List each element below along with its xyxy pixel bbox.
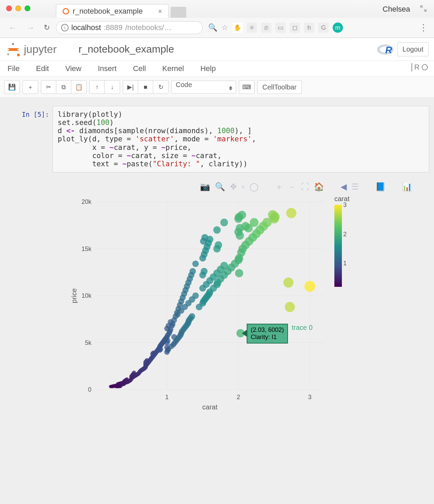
svg-point-0 bbox=[63, 9, 69, 14]
plotly-autoscale-icon[interactable]: ⛶ bbox=[301, 182, 309, 192]
menu-view[interactable]: View bbox=[65, 64, 81, 73]
stop-button[interactable]: ■ bbox=[138, 81, 153, 94]
url-host: localhost bbox=[71, 23, 101, 32]
svg-point-262 bbox=[235, 269, 243, 277]
menu-help[interactable]: Help bbox=[200, 64, 216, 73]
move-up-button[interactable]: ↑ bbox=[90, 81, 105, 94]
menu-insert[interactable]: Insert bbox=[98, 64, 117, 73]
fullscreen-icon[interactable] bbox=[420, 5, 427, 13]
plotly-pan-icon[interactable]: ✥ bbox=[230, 182, 237, 192]
plotly-camera-icon[interactable]: 📷 bbox=[200, 182, 210, 192]
ext-icon-2[interactable]: ◻ bbox=[290, 23, 300, 33]
plotly-lasso-icon[interactable]: ◯ bbox=[249, 182, 259, 192]
svg-point-183 bbox=[213, 226, 221, 234]
svg-point-188 bbox=[220, 219, 228, 226]
plotly-boxselect-icon[interactable]: ▫ bbox=[242, 182, 245, 192]
hover-pointer-icon bbox=[242, 330, 247, 337]
svg-point-255 bbox=[201, 268, 207, 275]
scatter-chart[interactable]: 05k10k15k20k123caratprice (2.03, 6002) C… bbox=[68, 195, 328, 414]
ext-icon-1[interactable]: ▭ bbox=[275, 23, 286, 33]
svg-text:3: 3 bbox=[308, 394, 312, 401]
plotly-home-icon[interactable]: 🏠 bbox=[314, 182, 324, 192]
address-bar[interactable]: i localhost:8889/notebooks/… bbox=[56, 21, 203, 34]
new-tab-button[interactable] bbox=[171, 7, 186, 18]
plotly-hovercompare-icon[interactable]: ◀ bbox=[341, 182, 347, 192]
paste-button[interactable]: 📋 bbox=[71, 81, 86, 94]
svg-point-226 bbox=[132, 370, 136, 375]
kernel-indicator: R bbox=[411, 63, 428, 72]
notebook-name[interactable]: r_notebook_example bbox=[78, 43, 174, 55]
copy-button[interactable]: ⧉ bbox=[56, 81, 71, 94]
browser-profile-name[interactable]: Chelsea bbox=[382, 5, 410, 14]
code-editor[interactable]: library(plotly) set.seed(100) d <- diamo… bbox=[53, 106, 429, 172]
cell-type-value: Code bbox=[176, 81, 192, 88]
svg-point-263 bbox=[241, 222, 250, 230]
browser-chrome: r_notebook_example × Chelsea ← → ↻ i loc… bbox=[0, 0, 434, 38]
profile-avatar-icon[interactable]: m bbox=[333, 23, 343, 33]
maximize-window-icon[interactable] bbox=[25, 5, 30, 11]
svg-text:1: 1 bbox=[165, 394, 169, 401]
colorbar: carat 123 bbox=[334, 195, 355, 414]
minimize-window-icon[interactable] bbox=[15, 5, 21, 11]
run-button[interactable]: ▶| bbox=[123, 81, 138, 94]
menu-file[interactable]: File bbox=[8, 64, 19, 73]
cell-toolbar-button[interactable]: CellToolbar bbox=[258, 81, 301, 94]
forward-button[interactable]: → bbox=[23, 23, 38, 33]
jupyter-favicon-icon bbox=[62, 8, 69, 15]
menu-kernel[interactable]: Kernel bbox=[162, 64, 184, 73]
zoom-icon[interactable]: 🔍 bbox=[208, 23, 217, 32]
svg-point-213 bbox=[284, 278, 294, 288]
svg-point-232 bbox=[151, 350, 156, 355]
plotly-hoverclosest-icon[interactable]: ☰ bbox=[351, 182, 359, 192]
svg-text:15k: 15k bbox=[82, 245, 92, 252]
hover-trace-label: trace 0 bbox=[292, 324, 313, 332]
plotly-zoomout-icon[interactable]: － bbox=[288, 181, 296, 192]
jupyter-logo-icon[interactable]: jupyter bbox=[5, 41, 74, 57]
svg-point-221 bbox=[125, 377, 129, 381]
react-ext-icon[interactable]: ⚛ bbox=[247, 23, 257, 33]
url-port: :8889 bbox=[104, 23, 122, 32]
ext-icon-3[interactable]: h bbox=[304, 23, 314, 33]
bookmark-star-icon[interactable]: ☆ bbox=[221, 23, 228, 32]
svg-text:0: 0 bbox=[88, 386, 91, 393]
svg-point-236 bbox=[165, 338, 170, 344]
close-window-icon[interactable] bbox=[6, 5, 12, 11]
menu-edit[interactable]: Edit bbox=[36, 64, 49, 73]
move-down-button[interactable]: ↓ bbox=[105, 81, 120, 94]
save-button[interactable]: 💾 bbox=[4, 81, 19, 94]
browser-menu-button[interactable]: ⋮ bbox=[419, 23, 429, 33]
notebook-area: In [5]: library(plotly) set.seed(100) d … bbox=[0, 98, 434, 504]
plotly-logo-icon[interactable]: 📊 bbox=[402, 182, 412, 192]
svg-text:10k: 10k bbox=[82, 292, 92, 299]
logout-button[interactable]: Logout bbox=[397, 42, 429, 56]
close-tab-icon[interactable]: × bbox=[158, 8, 162, 15]
cut-button[interactable]: ✂ bbox=[41, 81, 56, 94]
plotly-zoomin-icon[interactable]: ＋ bbox=[275, 181, 283, 192]
cast-icon[interactable]: ⎚ bbox=[261, 23, 271, 33]
menu-cell[interactable]: Cell bbox=[133, 64, 146, 73]
reload-button[interactable]: ↻ bbox=[41, 23, 53, 32]
svg-text:20k: 20k bbox=[82, 198, 92, 205]
r-kernel-logo-icon: R bbox=[376, 42, 395, 57]
svg-point-3 bbox=[17, 54, 20, 56]
command-palette-button[interactable]: ⌨ bbox=[239, 81, 254, 94]
adblock-icon[interactable]: ✋ bbox=[232, 23, 243, 33]
ext-icon-4[interactable]: G bbox=[318, 23, 329, 33]
input-prompt: In [5]: bbox=[5, 106, 53, 172]
back-button[interactable]: ← bbox=[5, 23, 20, 33]
svg-point-240 bbox=[171, 334, 177, 340]
plotly-zoom-icon[interactable]: 🔍 bbox=[215, 182, 225, 192]
plotly-docs-icon[interactable]: 📘 bbox=[375, 182, 386, 192]
code-cell[interactable]: In [5]: library(plotly) set.seed(100) d … bbox=[5, 106, 429, 172]
restart-button[interactable]: ↻ bbox=[153, 81, 168, 94]
svg-point-165 bbox=[189, 313, 195, 320]
svg-point-166 bbox=[189, 268, 196, 275]
add-cell-button[interactable]: ＋ bbox=[23, 81, 38, 94]
site-info-icon[interactable]: i bbox=[61, 24, 69, 31]
svg-point-257 bbox=[201, 234, 208, 241]
svg-text:price: price bbox=[70, 288, 78, 303]
window-controls bbox=[6, 5, 30, 11]
browser-tab[interactable]: r_notebook_example × bbox=[56, 4, 169, 18]
cell-type-select[interactable]: Code bbox=[171, 81, 236, 94]
url-path: /notebooks/… bbox=[125, 23, 172, 32]
